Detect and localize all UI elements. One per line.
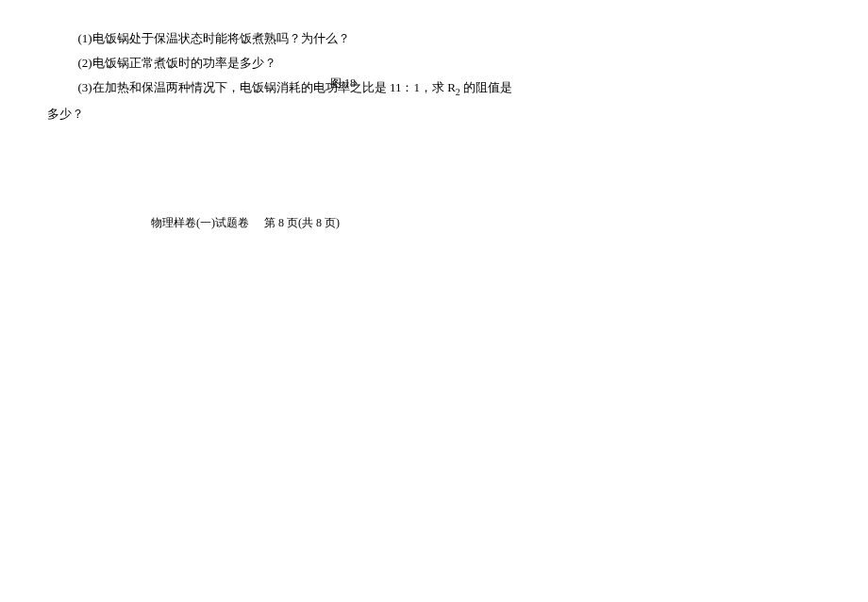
question-3-text-part1: (3)在加热和保温两种情况下，电饭锅消耗的电功率之比是 11：1，求 R (78, 80, 456, 94)
question-3-line2: 多少？ (47, 102, 538, 126)
figure-caption: 图 18 (330, 75, 356, 92)
footer-page-number: 第 8 页(共 8 页) (264, 216, 340, 229)
question-3-text-part2: 的阻值是 (460, 80, 512, 94)
footer-title: 物理样卷(一)试题卷 (151, 216, 249, 229)
question-3-line1: (3)在加热和保温两种情况下，电饭锅消耗的电功率之比是 11：1，求 R2 的阻… (47, 75, 538, 102)
document-content: (1)电饭锅处于保温状态时能将饭煮熟吗？为什么？ (2)电饭锅正常煮饭时的功率是… (47, 26, 538, 126)
question-1: (1)电饭锅处于保温状态时能将饭煮熟吗？为什么？ (47, 26, 538, 51)
page-footer: 物理样卷(一)试题卷第 8 页(共 8 页) (151, 215, 340, 231)
question-2: (2)电饭锅正常煮饭时的功率是多少？ (47, 51, 538, 75)
